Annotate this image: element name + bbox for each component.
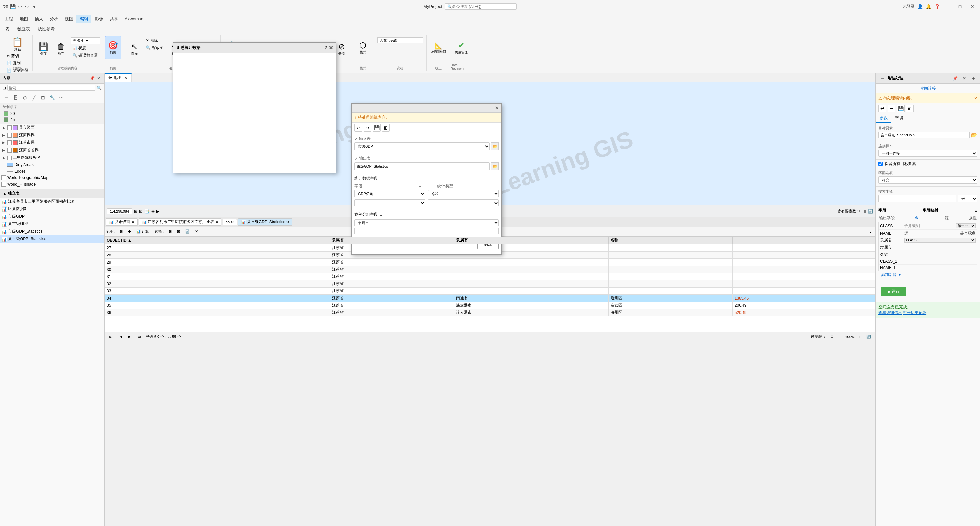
ground-to-grid-button[interactable]: 📐 地面到检网 [429,36,448,59]
error-check-button[interactable]: 🔍 错误检查器 [70,52,100,59]
search-input[interactable] [452,4,511,9]
tab-cs[interactable]: cs ✕ [223,219,237,225]
field-sort-icon[interactable]: ≡ [975,208,977,214]
layer-world-topo[interactable]: World Topographic Map [0,174,104,181]
tab-county-gdp-close[interactable]: ✕ [286,220,290,225]
more-layers-icon[interactable]: ⋯ [57,94,65,102]
status-next-btn[interactable]: ▶ [126,334,133,340]
status-end-btn[interactable]: ⏭ [135,334,143,340]
param-tab-env[interactable]: 环境 [891,114,907,123]
target-feature-input[interactable] [878,132,970,138]
help-icon[interactable]: ❓ [934,3,940,10]
menu-image[interactable]: 影像 [91,15,107,23]
refresh-table-btn[interactable]: 🔄 [864,334,873,340]
menu-project[interactable]: 工程 [1,15,16,23]
menu-share[interactable]: 共享 [107,15,121,23]
checkbox-jiangsu-boundary[interactable] [7,133,12,137]
checkbox-hospital[interactable] [7,156,12,160]
warning-close[interactable]: ✕ [974,96,977,100]
table-row[interactable]: 35 江苏省 连云港市 连云区 206.49 [105,302,875,309]
capture-button[interactable]: 🎯 捕捉 [105,36,121,59]
modal-close-button[interactable]: ✕ [329,45,333,51]
checkbox-world-topo[interactable] [1,175,6,180]
subdialog-close[interactable]: ✕ [495,105,499,111]
modal-help-icon[interactable]: ? [325,45,327,51]
case-chevron[interactable]: ⌄ [379,212,382,217]
topology-select[interactable]: 无拓扑▼ [70,37,100,44]
ribbon-tab-linear[interactable]: 线性参考 [34,25,59,33]
list-icon[interactable]: ☰ [3,94,10,102]
right-add-icon[interactable]: + [970,75,977,82]
menu-axwoman[interactable]: Axwoman [121,15,147,22]
paste-button[interactable]: 📋 粘贴 [10,36,26,53]
success-link-details[interactable]: 查看详细信息 [878,310,902,315]
status-prev-btn[interactable]: ⏮ [107,334,115,340]
menu-view[interactable]: 视图 [61,15,76,23]
table-row[interactable]: 32 江苏省 [105,280,875,287]
table-more-btn[interactable]: ⋮ [867,229,874,234]
menu-edit[interactable]: 编辑 [76,15,91,23]
input-table-folder-btn[interactable]: 📂 [491,142,499,150]
table-row[interactable]: 29 江苏省 [105,259,875,266]
quality-button[interactable]: ✔ 质量管理 [453,36,470,59]
zoom-in-btn[interactable]: + [856,334,862,340]
content-search-input[interactable] [7,85,95,91]
nav-extent-icon[interactable]: ⊡ [139,209,142,214]
field-calc-btn[interactable]: 📊 计算 [134,228,151,234]
discard-button[interactable]: 🗑 放弃 [53,37,69,61]
target-feature-folder-icon[interactable]: 📂 [971,132,977,138]
field-chevron[interactable]: ⌄ [418,183,422,189]
status-back-btn[interactable]: ◀ [117,334,124,340]
col-city[interactable]: 隶属市 [454,236,609,244]
table-row[interactable]: 31 江苏省 [105,273,875,280]
table-county-gdp[interactable]: 📊 县市级GDP [0,220,104,228]
stats-select-2[interactable] [428,199,499,206]
select-all-btn[interactable]: ⊞ [167,229,174,234]
case-input-2[interactable] [355,228,499,234]
output-table-folder-btn[interactable]: 📂 [491,163,499,170]
elevation-input[interactable] [377,37,423,43]
run-button[interactable]: ▶ 运行 [881,287,906,296]
scale-selector[interactable]: 1:4,298,084 [107,209,132,214]
join-operation-select[interactable]: 一对一连接 [878,150,977,157]
map-tab-main[interactable]: 🗺 地图 ✕ [105,73,132,82]
user-icon[interactable]: 👤 [917,3,923,10]
tab-hospital-close[interactable]: ✕ [215,220,218,225]
tab-county-face-close[interactable]: ✕ [131,220,135,225]
field-province-source[interactable]: CLASS [904,238,976,243]
nav-grid-icon[interactable]: ⊞ [134,209,137,214]
checkbox-world-hillshade[interactable] [1,182,6,186]
ribbon-tab-table[interactable]: 表 [1,25,13,33]
table-county-data[interactable]: 📊 区县数据$ [0,205,104,213]
tab-hospital-area[interactable]: 📊 江苏各县市三甲医院服务区面积占比表 ✕ [139,218,221,226]
cut-button[interactable]: ✂剪切 [5,53,30,59]
subdialog-undo-btn[interactable]: ↩ [355,124,362,132]
select-button[interactable]: ↖ 选择 [126,37,142,61]
table-row[interactable]: 36 江苏省 连云港市 海州区 520.49 [105,309,875,316]
save-icon[interactable]: 💾 [10,3,16,10]
col-name[interactable]: 名称 [608,236,732,244]
input-table-select[interactable]: 市级GDP [355,142,490,150]
cylinder-icon[interactable]: 🗄 [12,94,20,102]
undo-icon[interactable]: ↩ [17,3,23,10]
zoom-out-btn[interactable]: − [837,334,843,340]
nav-forward-icon[interactable]: ▶ [156,209,159,214]
layer-jiangsu-city[interactable]: ▶ 江苏市局 [0,139,104,147]
search-btn-icon[interactable]: 🔍 [97,86,102,90]
status-button[interactable]: 📊 状态 [70,45,100,51]
more-icon[interactable]: ▼ [31,3,37,10]
menu-analysis[interactable]: 分析 [46,15,61,23]
redo-icon[interactable]: ↪ [24,3,30,10]
tab-county-gdp-stats[interactable]: 📊 县市级GDP_Statistics ✕ [238,218,293,226]
menu-insert[interactable]: 插入 [31,15,46,23]
match-option-select[interactable]: 相交 [878,177,977,183]
layer-hospital-service[interactable]: ▲ 三甲医院服务区 [0,154,104,161]
pin-icon[interactable]: 📌 [89,75,95,81]
param-tab-params[interactable]: 参数 [876,114,891,123]
table-city-gdp[interactable]: 📊 市级GDP [0,213,104,220]
field-select-2[interactable] [355,199,425,206]
select-apply-btn[interactable]: ⊡ [175,229,182,234]
add-new-source-btn[interactable]: 添加新源 ▼ [878,271,977,279]
table-row[interactable]: 34 江苏省 南通市 通州区 1385.46 [105,295,875,302]
add-output-icon[interactable]: ⊕ [915,215,918,221]
